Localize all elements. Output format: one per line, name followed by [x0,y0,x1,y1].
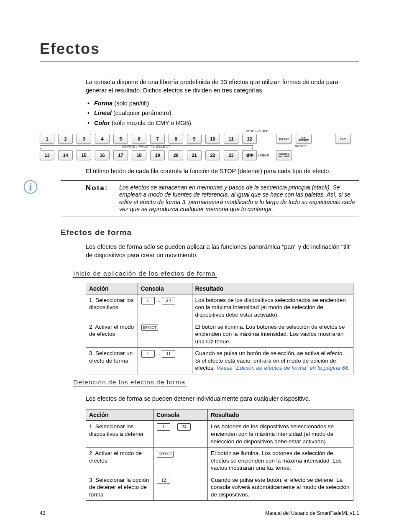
result-cell: Los botones de los dispositivos seleccio… [207,421,353,448]
start-shape-table: Acción Consola Resultado 1. Seleccionar … [86,283,353,374]
shape-intro: Los efectos de forma sólo se pueden apli… [86,243,359,259]
intro-text: La consola dispone de una librería prede… [86,78,359,95]
shape-effects-heading: Efectos de forma [61,228,359,237]
console-cell: 1...24 [153,421,207,448]
action-cell: 1. Seleccionar los dispositivos [86,294,138,321]
bullet-rest: (sólo pan/tilt) [113,100,149,107]
device-button[interactable]: 9 [187,134,202,144]
device-button[interactable]: 17 [113,150,128,160]
bullet-term: Forma [94,100,113,107]
record-pal-grp-button[interactable]: RECORD PAL/GRP [276,150,292,160]
stop-shape-table: Acción Consola Resultado 1. Seleccionar … [86,409,353,501]
device-button[interactable]: 23 [224,150,238,160]
device-button[interactable]: 19 [150,150,165,160]
action-cell: 3. Seleccionar la opción de detener el e… [86,474,153,501]
console-diagram: STOP --- SHAPE 1 2 3 4 5 6 7 8 9 10 11 1… [40,134,353,160]
edit-effect-button[interactable]: EDIT EFFECT [296,134,312,144]
device-button[interactable]: 21 [187,150,202,160]
category-list: Forma (sólo pan/tilt) Lineal (cualquier … [86,99,359,128]
device-button[interactable]: 2 [58,134,73,144]
device-button[interactable]: 14 [58,150,73,160]
device-button[interactable]: 12 [242,134,257,144]
col-result: Resultado [207,409,353,421]
svg-rect-2 [30,185,32,191]
modify-label: MODIFY [295,145,306,148]
stop-linear-label: STOP --- LINEAR [246,154,269,157]
device-button[interactable]: 15 [77,150,91,160]
col-console: Consola [153,409,207,421]
result-cell: El botón se ilumina. Los botones de sele… [207,448,353,474]
device-button[interactable]: 6 [132,134,146,144]
device-button[interactable]: 4 [95,134,110,144]
page-number: 42 [40,510,45,516]
info-icon [23,179,38,194]
effect-button[interactable]: EFFECT [276,134,292,144]
stop-shape-heading: Detención de los efectos de forma [73,379,187,386]
device-button[interactable]: 5 [113,134,128,144]
result-cell: El botón se ilumina. Los botones de sele… [192,321,353,348]
stop-shape-label: STOP --- SHAPE [246,130,268,133]
col-result: Resultado [192,283,353,294]
stop-intro: Los efectos de forma se pueden detener i… [86,395,359,403]
console-cell: EFFECT [138,321,192,348]
col-action: Acción [86,409,153,421]
device-button[interactable]: 13 [40,150,54,160]
console-cell: 12 [153,474,207,501]
device-button[interactable]: 16 [95,150,110,160]
console-cell: EFFECT [153,448,207,474]
device-button[interactable]: 7 [150,134,165,144]
note-label: Nota: [61,184,115,213]
device-button[interactable]: 11 [224,134,238,144]
start-shape-heading: Inicio de aplicación de los efectos de f… [73,270,217,278]
device-button[interactable]: 22 [205,150,220,160]
bullet-rest: (cualquier parámetro) [112,110,171,116]
device-button[interactable]: 8 [169,134,183,144]
device-button[interactable]: 10 [205,134,220,144]
console-cell: 1...11 [138,348,192,374]
device-button[interactable]: 3 [77,134,91,144]
col-console: Consola [138,283,192,294]
fan-button[interactable]: FAN [335,134,351,144]
stop-note: El último botón de cada fila controla la… [86,168,359,174]
action-cell: 2. Activar el modo de efectos [86,448,153,474]
result-cell: Cuando se pulsa un botón de selección, s… [192,348,353,374]
device-button[interactable]: 18 [132,150,146,160]
result-cell: Cuando se pulsa este botón, el efecto se… [207,474,353,501]
svg-point-1 [30,183,31,184]
bullet-term: Color [94,120,110,126]
note-text: Los efectos se almacenan en memorias y p… [119,184,359,213]
device-button[interactable]: 1 [40,134,54,144]
action-cell: 3. Seleccionar un efecto de forma [86,348,138,374]
console-cell: 1...24 [138,294,192,321]
bullet-term: Lineal [94,110,112,116]
result-cell: Los botones de los dispositivos seleccio… [192,294,353,321]
action-cell: 2. Activar el modo de efectos [86,321,138,348]
doc-title: Manual del Usuario de SmartFadeML v1.1 [265,510,359,516]
action-cell: 1. Seleccionar los dispositivos a detene… [86,421,153,448]
col-action: Acción [86,283,138,294]
device-button[interactable]: 20 [169,150,183,160]
note-block: Nota: Los efectos se almacenan en memori… [61,180,359,217]
page-title: Efectos [40,40,359,61]
bullet-rest: (sólo mezcla de CMY o RGB). [110,120,193,126]
